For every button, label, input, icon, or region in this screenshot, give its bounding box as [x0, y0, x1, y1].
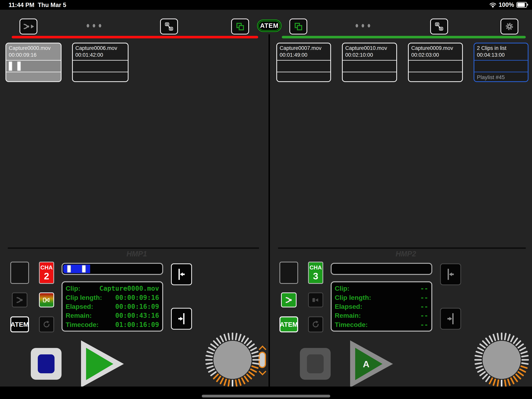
- transfer-icon: [165, 22, 173, 31]
- clip-timeline-strip: [6, 60, 61, 72]
- right-skip-to-end-button[interactable]: [440, 308, 461, 330]
- playlist-card[interactable]: 2 Clips in list 00:04:13:00 Playlist #45: [474, 43, 528, 82]
- video-camera-icon: [311, 296, 320, 304]
- right-loop-button[interactable]: [308, 316, 323, 332]
- date: Thu Mar 5: [38, 1, 66, 8]
- cue-marker: [9, 61, 12, 71]
- info-label: Elapsed:: [335, 303, 362, 310]
- transfer-icon: [435, 22, 443, 31]
- right-scrub-bar[interactable]: [331, 263, 432, 275]
- info-label: Elapsed:: [66, 303, 93, 310]
- clip-name: Capture0000.mov: [9, 45, 61, 52]
- gear-icon: [505, 22, 514, 31]
- left-stop-button[interactable]: [31, 348, 62, 380]
- info-clip-length: --: [420, 294, 428, 301]
- status-bar: 11:44 PM Thu Mar 5 100%: [0, 0, 532, 10]
- info-label: Timecode:: [66, 321, 99, 328]
- route-icon: [285, 296, 293, 304]
- left-play-button[interactable]: [81, 340, 124, 387]
- right-play-button[interactable]: A: [350, 340, 393, 387]
- info-remain: --: [420, 312, 428, 319]
- info-timecode: --: [420, 321, 428, 328]
- scrub-cue-marker: [82, 265, 86, 273]
- clip-card[interactable]: Capture0006.mov 00:01:42:00: [72, 43, 128, 82]
- left-deck-tally-bar: [12, 36, 258, 38]
- skip-to-end-icon: [446, 312, 455, 325]
- overlap-squares-icon: [294, 22, 303, 31]
- video-camera-icon: [42, 296, 51, 304]
- info-label: Clip:: [335, 285, 349, 292]
- playlist-duration: 00:04:13:00: [477, 52, 528, 58]
- right-video-output-button[interactable]: [308, 292, 323, 308]
- play-glyph-icon: [86, 348, 113, 380]
- settings-button[interactable]: [500, 19, 518, 34]
- left-atem-button[interactable]: ATEM: [10, 316, 29, 332]
- right-route-button[interactable]: [281, 292, 297, 308]
- right-transfer-button[interactable]: [430, 19, 448, 34]
- pane-divider: [269, 34, 270, 386]
- clip-name: Capture0010.mov: [345, 45, 396, 52]
- scrub-cue-marker: [67, 265, 71, 273]
- channel-label: CHA: [310, 264, 322, 271]
- left-transfer-button[interactable]: [160, 19, 178, 34]
- atem-connection-badge[interactable]: ATEM: [257, 19, 282, 32]
- jog-knob[interactable]: [213, 341, 252, 379]
- status-time-date: 11:44 PM Thu Mar 5: [9, 0, 66, 10]
- left-route-button[interactable]: [12, 292, 27, 308]
- clip-card[interactable]: Capture0010.mov 00:02:10:00: [342, 43, 397, 82]
- right-stop-button[interactable]: [300, 348, 331, 380]
- playlist-label: Playlist #45: [474, 72, 528, 80]
- status-right-cluster: 100%: [489, 0, 527, 10]
- clip-duration: 00:01:49:00: [280, 52, 330, 58]
- right-channel-button[interactable]: CHA 3: [308, 262, 323, 284]
- media-player-app: 11:44 PM Thu Mar 5 100% ATEM: [0, 0, 532, 399]
- left-skip-to-end-button[interactable]: [171, 308, 192, 330]
- stop-glyph-icon: [307, 354, 324, 373]
- shuttle-down-chevron-icon: [259, 368, 266, 375]
- left-jog-wheel[interactable]: [203, 331, 262, 389]
- right-atem-button[interactable]: ATEM: [279, 316, 298, 332]
- right-multiview-button[interactable]: [289, 19, 307, 34]
- left-scrub-bar[interactable]: [62, 263, 163, 275]
- left-loop-button[interactable]: [39, 316, 54, 332]
- left-clip-info-panel: Clip:Capture0000.mov Clip length:00:00:0…: [62, 281, 163, 332]
- right-skip-to-start-button[interactable]: [440, 264, 461, 285]
- left-skip-to-start-button[interactable]: [171, 264, 192, 285]
- left-multiview-button[interactable]: [231, 19, 249, 34]
- channel-number: 2: [44, 271, 49, 281]
- left-more-menu[interactable]: [87, 19, 110, 33]
- clip-card-selected[interactable]: Capture0000.mov 00:00:09:16: [6, 43, 62, 82]
- skip-to-start-icon: [446, 268, 455, 281]
- clip-name: Capture0009.mov: [411, 45, 462, 52]
- right-more-menu[interactable]: [355, 19, 379, 33]
- shuttle-up-chevron-icon: [259, 345, 266, 353]
- clip-name: Capture0007.mov: [280, 45, 330, 52]
- info-elapsed: 00:00:16:09: [115, 302, 159, 310]
- right-deck-tally-bar: [282, 36, 526, 38]
- left-channel-button[interactable]: CHA 2: [39, 262, 54, 284]
- left-video-output-button[interactable]: [39, 292, 54, 308]
- info-label: Remain:: [335, 312, 361, 319]
- atem-badge-label: ATEM: [260, 22, 279, 29]
- left-deck-separator: [8, 247, 259, 249]
- clip-duration: 00:01:42:00: [75, 52, 128, 58]
- clip-duration: 00:00:09:16: [9, 52, 61, 58]
- clock: 11:44 PM: [9, 1, 34, 8]
- autoplay-route-button[interactable]: [19, 19, 37, 34]
- clip-card[interactable]: Capture0007.mov 00:01:49:00: [276, 43, 331, 82]
- info-clip-name: Capture0000.mov: [99, 284, 159, 292]
- channel-label: CHA: [40, 264, 53, 271]
- info-label: Clip length:: [66, 294, 102, 301]
- right-monitor-box[interactable]: [279, 262, 298, 284]
- skip-to-end-icon: [177, 312, 186, 325]
- clip-card[interactable]: Capture0009.mov 00:02:03:00: [408, 43, 463, 82]
- home-indicator[interactable]: [202, 395, 330, 398]
- right-jog-wheel[interactable]: [472, 331, 531, 389]
- right-deck-separator: [278, 247, 526, 249]
- left-monitor-box[interactable]: [10, 262, 29, 284]
- left-deck-name: HMP1: [108, 250, 147, 258]
- play-glyph-icon: [31, 25, 34, 28]
- jog-knob[interactable]: [482, 341, 521, 379]
- battery-percent: 100%: [499, 1, 514, 8]
- loop-icon: [311, 320, 320, 328]
